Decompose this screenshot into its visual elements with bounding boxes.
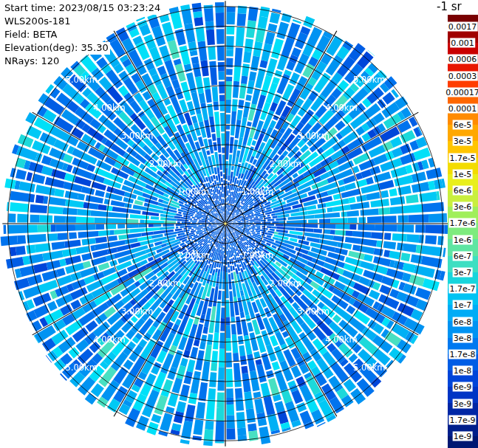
colorbar-tick-label: 1e-8 [453,366,473,376]
instrument-name: WLS200s-181 [4,15,162,28]
colorbar-tick-label: 1.7e-9 [448,415,476,424]
colorbar-tick-label: 3e-5 [453,137,473,146]
colorbar-tick-label: 1e-9 [453,432,473,441]
range-ring-label: 1.00km [177,250,209,261]
range-ring-label: 1.00km [242,250,273,261]
range-ring-label: 5.00km [353,362,385,373]
range-ring-label: 2.00km [149,159,181,169]
colorbar-tick-label: 0.0003 [448,71,478,80]
colorbar-tick-label: 1e-6 [453,235,473,244]
lidar-ppi-figure: { "header": { "lines": [ "Start time: 20… [0,0,478,448]
elevation-info: Elevation(deg): 35.30 [4,42,162,55]
range-ring-label: 2.00km [270,159,301,169]
colorbar-tick-label: 1.7e-8 [448,350,476,359]
range-ring-label: 1.00km [242,187,273,197]
colorbar-tick-label: 3e-7 [453,268,473,278]
colorbar-tick-label: 6e-5 [453,120,473,130]
colorbar-tick-label: 3e-6 [453,202,473,212]
colorbar-units-label: -1 sr [437,0,462,13]
range-ring-label: 2.00km [270,278,301,289]
range-ring-label: 3.00km [297,131,329,141]
range-ring-label: 2.00km [149,278,181,289]
colorbar-tick-label: 1e-5 [453,169,473,179]
range-ring-label: 4.00km [325,103,357,113]
colorbar-tick-label: 1e-7 [453,300,473,310]
scan-start-time: Start time: 2023/08/15 03:23:24 [4,2,162,15]
colorbar-tick-label: 6e-7 [453,251,473,261]
nrays-info: NRays: 120 [4,55,162,68]
range-ring-label: 4.00km [325,334,357,345]
range-ring-label: 5.00km [65,75,97,85]
colorbar-tick-label: 3e-8 [453,333,473,342]
range-ring-label: 4.00km [93,334,125,345]
range-ring-label: 5.00km [353,75,385,85]
colorbar-tick-label: 1.7e-7 [448,284,476,294]
range-ring-label: 5.00km [65,362,97,373]
colorbar-tick-label: 0.00017 [445,87,478,97]
colorbar-tick-label: 0.001 [450,38,475,48]
range-ring-label: 1.00km [177,187,209,197]
range-ring-label: 3.00km [121,306,153,317]
colorbar-tick-label: 0.0001 [448,104,478,114]
field-name: Field: BETA [4,29,162,41]
colorbar-tick-label: 0.0017 [448,22,478,32]
colorbar-tick-label: 1.7e-6 [448,218,476,228]
colorbar-tick-label: 0.0006 [448,55,478,64]
colorbar: 0.00170.0010.00060.00030.000170.00016e-5… [448,15,478,448]
colorbar-tick-label: 6e-9 [453,382,473,392]
colorbar-tick-label: 1.7e-5 [448,153,476,162]
range-ring-label: 4.00km [93,103,125,113]
range-ring-label: 3.00km [121,131,153,141]
colorbar-tick-label: 3e-9 [453,399,473,408]
range-ring-label: 3.00km [297,306,329,317]
colorbar-tick-label: 6e-8 [453,317,473,326]
scan-info-header: Start time: 2023/08/15 03:23:24 WLS200s-… [4,2,162,69]
colorbar-tick-label: 6e-6 [453,186,473,196]
